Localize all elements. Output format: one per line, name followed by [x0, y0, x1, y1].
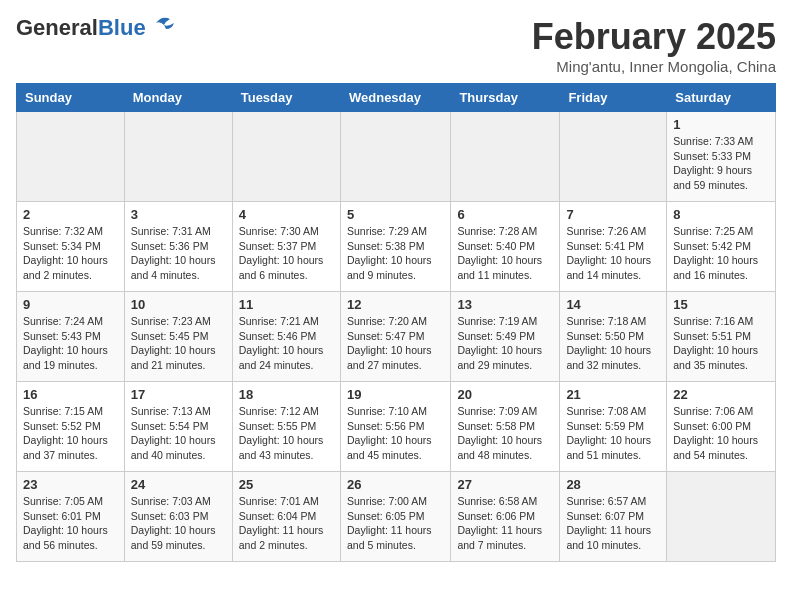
day-info: Sunrise: 7:05 AM Sunset: 6:01 PM Dayligh…	[23, 494, 118, 553]
day-number: 24	[131, 477, 226, 492]
day-info: Sunrise: 7:30 AM Sunset: 5:37 PM Dayligh…	[239, 224, 334, 283]
day-info: Sunrise: 7:16 AM Sunset: 5:51 PM Dayligh…	[673, 314, 769, 373]
calendar-day-27: 27Sunrise: 6:58 AM Sunset: 6:06 PM Dayli…	[451, 472, 560, 562]
calendar-day-17: 17Sunrise: 7:13 AM Sunset: 5:54 PM Dayli…	[124, 382, 232, 472]
day-number: 28	[566, 477, 660, 492]
day-number: 3	[131, 207, 226, 222]
day-info: Sunrise: 7:09 AM Sunset: 5:58 PM Dayligh…	[457, 404, 553, 463]
calendar-empty-cell	[340, 112, 450, 202]
day-number: 1	[673, 117, 769, 132]
day-number: 23	[23, 477, 118, 492]
day-number: 22	[673, 387, 769, 402]
title-section: February 2025 Ming'antu, Inner Mongolia,…	[532, 16, 776, 75]
calendar-day-24: 24Sunrise: 7:03 AM Sunset: 6:03 PM Dayli…	[124, 472, 232, 562]
day-info: Sunrise: 6:58 AM Sunset: 6:06 PM Dayligh…	[457, 494, 553, 553]
calendar-day-13: 13Sunrise: 7:19 AM Sunset: 5:49 PM Dayli…	[451, 292, 560, 382]
day-number: 18	[239, 387, 334, 402]
calendar-day-6: 6Sunrise: 7:28 AM Sunset: 5:40 PM Daylig…	[451, 202, 560, 292]
day-info: Sunrise: 7:21 AM Sunset: 5:46 PM Dayligh…	[239, 314, 334, 373]
day-info: Sunrise: 7:33 AM Sunset: 5:33 PM Dayligh…	[673, 134, 769, 193]
calendar-week-row: 9Sunrise: 7:24 AM Sunset: 5:43 PM Daylig…	[17, 292, 776, 382]
day-info: Sunrise: 7:25 AM Sunset: 5:42 PM Dayligh…	[673, 224, 769, 283]
location-subtitle: Ming'antu, Inner Mongolia, China	[532, 58, 776, 75]
day-info: Sunrise: 7:10 AM Sunset: 5:56 PM Dayligh…	[347, 404, 444, 463]
day-info: Sunrise: 7:03 AM Sunset: 6:03 PM Dayligh…	[131, 494, 226, 553]
weekday-header-row: SundayMondayTuesdayWednesdayThursdayFrid…	[17, 84, 776, 112]
calendar-empty-cell	[124, 112, 232, 202]
weekday-header-tuesday: Tuesday	[232, 84, 340, 112]
day-info: Sunrise: 6:57 AM Sunset: 6:07 PM Dayligh…	[566, 494, 660, 553]
calendar-day-12: 12Sunrise: 7:20 AM Sunset: 5:47 PM Dayli…	[340, 292, 450, 382]
day-info: Sunrise: 7:19 AM Sunset: 5:49 PM Dayligh…	[457, 314, 553, 373]
calendar-empty-cell	[17, 112, 125, 202]
day-info: Sunrise: 7:31 AM Sunset: 5:36 PM Dayligh…	[131, 224, 226, 283]
calendar-day-4: 4Sunrise: 7:30 AM Sunset: 5:37 PM Daylig…	[232, 202, 340, 292]
calendar-empty-cell	[667, 472, 776, 562]
month-title: February 2025	[532, 16, 776, 58]
logo-bird-icon	[148, 13, 176, 35]
day-number: 26	[347, 477, 444, 492]
day-info: Sunrise: 7:24 AM Sunset: 5:43 PM Dayligh…	[23, 314, 118, 373]
calendar-day-8: 8Sunrise: 7:25 AM Sunset: 5:42 PM Daylig…	[667, 202, 776, 292]
day-info: Sunrise: 7:23 AM Sunset: 5:45 PM Dayligh…	[131, 314, 226, 373]
day-info: Sunrise: 7:01 AM Sunset: 6:04 PM Dayligh…	[239, 494, 334, 553]
weekday-header-monday: Monday	[124, 84, 232, 112]
day-info: Sunrise: 7:12 AM Sunset: 5:55 PM Dayligh…	[239, 404, 334, 463]
calendar-day-19: 19Sunrise: 7:10 AM Sunset: 5:56 PM Dayli…	[340, 382, 450, 472]
calendar-week-row: 16Sunrise: 7:15 AM Sunset: 5:52 PM Dayli…	[17, 382, 776, 472]
day-number: 27	[457, 477, 553, 492]
weekday-header-thursday: Thursday	[451, 84, 560, 112]
calendar-day-22: 22Sunrise: 7:06 AM Sunset: 6:00 PM Dayli…	[667, 382, 776, 472]
calendar-empty-cell	[232, 112, 340, 202]
day-number: 4	[239, 207, 334, 222]
calendar-day-10: 10Sunrise: 7:23 AM Sunset: 5:45 PM Dayli…	[124, 292, 232, 382]
day-info: Sunrise: 7:28 AM Sunset: 5:40 PM Dayligh…	[457, 224, 553, 283]
day-info: Sunrise: 7:20 AM Sunset: 5:47 PM Dayligh…	[347, 314, 444, 373]
calendar-day-7: 7Sunrise: 7:26 AM Sunset: 5:41 PM Daylig…	[560, 202, 667, 292]
day-info: Sunrise: 7:18 AM Sunset: 5:50 PM Dayligh…	[566, 314, 660, 373]
calendar-day-20: 20Sunrise: 7:09 AM Sunset: 5:58 PM Dayli…	[451, 382, 560, 472]
calendar-day-16: 16Sunrise: 7:15 AM Sunset: 5:52 PM Dayli…	[17, 382, 125, 472]
day-info: Sunrise: 7:15 AM Sunset: 5:52 PM Dayligh…	[23, 404, 118, 463]
day-info: Sunrise: 7:13 AM Sunset: 5:54 PM Dayligh…	[131, 404, 226, 463]
weekday-header-saturday: Saturday	[667, 84, 776, 112]
day-info: Sunrise: 7:29 AM Sunset: 5:38 PM Dayligh…	[347, 224, 444, 283]
day-number: 15	[673, 297, 769, 312]
day-number: 2	[23, 207, 118, 222]
calendar-day-23: 23Sunrise: 7:05 AM Sunset: 6:01 PM Dayli…	[17, 472, 125, 562]
calendar-day-28: 28Sunrise: 6:57 AM Sunset: 6:07 PM Dayli…	[560, 472, 667, 562]
calendar-day-9: 9Sunrise: 7:24 AM Sunset: 5:43 PM Daylig…	[17, 292, 125, 382]
day-info: Sunrise: 7:06 AM Sunset: 6:00 PM Dayligh…	[673, 404, 769, 463]
day-number: 19	[347, 387, 444, 402]
calendar-day-2: 2Sunrise: 7:32 AM Sunset: 5:34 PM Daylig…	[17, 202, 125, 292]
day-number: 21	[566, 387, 660, 402]
logo-text: GeneralBlue	[16, 16, 146, 40]
day-number: 14	[566, 297, 660, 312]
calendar-day-14: 14Sunrise: 7:18 AM Sunset: 5:50 PM Dayli…	[560, 292, 667, 382]
day-number: 12	[347, 297, 444, 312]
calendar-day-3: 3Sunrise: 7:31 AM Sunset: 5:36 PM Daylig…	[124, 202, 232, 292]
logo: GeneralBlue	[16, 16, 176, 40]
day-number: 9	[23, 297, 118, 312]
day-number: 13	[457, 297, 553, 312]
calendar-empty-cell	[560, 112, 667, 202]
day-number: 11	[239, 297, 334, 312]
page-header: GeneralBlue February 2025 Ming'antu, Inn…	[16, 16, 776, 75]
weekday-header-wednesday: Wednesday	[340, 84, 450, 112]
day-number: 8	[673, 207, 769, 222]
calendar-day-18: 18Sunrise: 7:12 AM Sunset: 5:55 PM Dayli…	[232, 382, 340, 472]
calendar-week-row: 2Sunrise: 7:32 AM Sunset: 5:34 PM Daylig…	[17, 202, 776, 292]
calendar-day-11: 11Sunrise: 7:21 AM Sunset: 5:46 PM Dayli…	[232, 292, 340, 382]
calendar-empty-cell	[451, 112, 560, 202]
day-info: Sunrise: 7:00 AM Sunset: 6:05 PM Dayligh…	[347, 494, 444, 553]
weekday-header-sunday: Sunday	[17, 84, 125, 112]
day-number: 20	[457, 387, 553, 402]
day-info: Sunrise: 7:32 AM Sunset: 5:34 PM Dayligh…	[23, 224, 118, 283]
day-number: 17	[131, 387, 226, 402]
day-number: 5	[347, 207, 444, 222]
day-number: 6	[457, 207, 553, 222]
weekday-header-friday: Friday	[560, 84, 667, 112]
calendar-week-row: 23Sunrise: 7:05 AM Sunset: 6:01 PM Dayli…	[17, 472, 776, 562]
day-info: Sunrise: 7:08 AM Sunset: 5:59 PM Dayligh…	[566, 404, 660, 463]
day-info: Sunrise: 7:26 AM Sunset: 5:41 PM Dayligh…	[566, 224, 660, 283]
